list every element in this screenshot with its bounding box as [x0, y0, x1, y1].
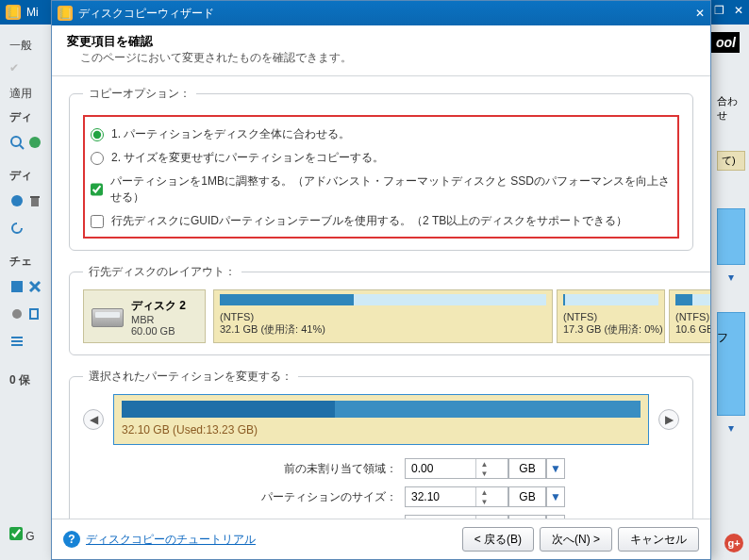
bottom-checkbox[interactable]: G [9, 527, 35, 543]
wizard-titlebar: 📒 ディスクコピーウィザード ✕ [52, 1, 710, 25]
before-unalloc-input[interactable]: ▲▼ [405, 458, 508, 479]
next-button[interactable]: 次へ(N) > [540, 527, 612, 552]
side-chip-2[interactable] [717, 312, 745, 416]
highlight-box: 1. パーティションをディスク全体に合わせる。 2. サイズを変更せずにパーティ… [83, 115, 679, 239]
slider-free-fill [335, 401, 641, 418]
disk-size: 60.00 GB [131, 325, 186, 337]
option-use-gpt[interactable]: 行先ディスクにGUIDパーティションテーブルを使用する。（2 TB以上のディスク… [89, 209, 674, 233]
apply-label[interactable]: 適用 [9, 86, 47, 102]
radio-noresize-label: 2. サイズを変更せずにパーティションをコピーする。 [111, 150, 384, 166]
copy-options-legend: コピーオプション： [83, 86, 196, 102]
svg-rect-9 [11, 337, 23, 338]
app-icon: 📒 [6, 5, 21, 20]
disk-scheme: MBR [131, 314, 186, 325]
side-chip-1[interactable] [717, 208, 745, 265]
tab-general[interactable]: 一般 [9, 38, 47, 54]
section-disk2: ディ [9, 168, 47, 184]
wizard-header: 変更項目を確認 このページにおいて変更されたものを確認できます。 [52, 25, 710, 76]
spin-down-icon[interactable]: ▼ [476, 497, 492, 506]
check-align-label: パーティションを1MBに調整する。（アドバンスト・フォーマットディスクと SSD… [110, 173, 672, 206]
chevron-down-icon-2[interactable]: ▾ [717, 421, 745, 435]
pending-ops: 0 保 [9, 372, 47, 388]
wizard-icon: 📒 [58, 6, 73, 21]
option-copy-no-resize[interactable]: 2. サイズを変更せずにパーティションをコピーする。 [89, 146, 674, 170]
gplus-icon[interactable]: g+ [724, 534, 743, 552]
resize-selected-group: 選択されたパーティションを変更する： ◀ 32.10 GB (Used:13.2… [69, 369, 693, 519]
svg-rect-6 [11, 281, 23, 292]
back-button[interactable]: < 戻る(B) [462, 527, 534, 552]
wizard-footer: ? ディスクコピーのチュートリアル < 戻る(B) 次へ(N) > キャンセル [52, 519, 710, 559]
help-link-text[interactable]: ディスクコピーのチュートリアル [86, 532, 256, 548]
globe-icon[interactable] [27, 135, 42, 150]
wizard-head-title: 変更項目を確認 [67, 33, 695, 50]
bg-title-text: Mi [26, 6, 39, 19]
spin-down-icon[interactable]: ▼ [476, 469, 492, 478]
partition-block[interactable]: (NTFS)17.3 GB (使用済: 0%) [557, 289, 665, 343]
spin-up-icon[interactable]: ▲ [476, 487, 492, 497]
option-align-1mb[interactable]: パーティションを1MBに調整する。（アドバンスト・フォーマットディスクと SSD… [89, 170, 674, 209]
svg-point-3 [11, 195, 23, 206]
next-partition-button[interactable]: ▶ [658, 409, 679, 430]
letter-f: フ [717, 330, 728, 346]
size-value[interactable] [406, 487, 475, 506]
gear-icon[interactable] [9, 306, 25, 321]
partition-size-input[interactable]: ▲▼ [405, 486, 508, 507]
partition-slider[interactable]: 32.10 GB (Used:13.23 GB) [113, 394, 649, 445]
disk-copy-wizard: 📒 ディスクコピーウィザード ✕ 変更項目を確認 このページにおいて変更されたも… [51, 0, 711, 560]
search-disk-icon[interactable] [9, 135, 25, 150]
unit-dropdown[interactable]: ▼ [546, 486, 565, 507]
help-icon: ? [63, 531, 80, 548]
wizard-head-sub: このページにおいて変更されたものを確認できます。 [67, 50, 695, 66]
disk-icon [92, 308, 124, 327]
svg-rect-8 [30, 309, 38, 319]
wizard-close-icon[interactable]: ✕ [695, 7, 705, 20]
world-icon[interactable] [9, 193, 25, 208]
option-fit-whole-disk[interactable]: 1. パーティションをディスク全体に合わせる。 [89, 123, 674, 146]
chevron-down-icon[interactable]: ▾ [717, 271, 745, 284]
cancel-button[interactable]: キャンセル [618, 527, 699, 552]
partition-block[interactable]: (NTFS)10.6 GB (使用 [669, 289, 710, 343]
radio-fit-label: 1. パーティションをディスク全体に合わせる。 [111, 126, 350, 142]
side-fit-label: 合わせ [717, 94, 745, 123]
before-label: 前の未割り当て領域： [188, 461, 405, 477]
check-align[interactable] [91, 183, 103, 196]
radio-fit[interactable] [91, 128, 104, 141]
side-tag: て) [717, 151, 745, 171]
unit-label: GB [508, 458, 546, 479]
bg-checkbox-label: G [25, 530, 34, 543]
svg-rect-11 [11, 344, 23, 346]
check-guid[interactable] [91, 215, 104, 228]
target-disk-layout-group: 行先ディスクのレイアウト： ディスク 2 MBR 60.00 GB (NTFS)… [69, 264, 710, 355]
size-label: パーティションのサイズ： [188, 489, 405, 505]
svg-rect-5 [30, 196, 40, 198]
svg-rect-10 [11, 340, 23, 342]
radio-noresize[interactable] [91, 152, 104, 165]
bg-window-controls: ❐ ✕ [714, 4, 743, 17]
wizard-title: ディスクコピーウィザード [78, 6, 214, 22]
svg-point-0 [11, 137, 21, 146]
spin-up-icon[interactable]: ▲ [476, 459, 492, 469]
slider-used-fill [122, 401, 335, 418]
partition-block[interactable]: (NTFS)32.1 GB (使用済: 41%) [213, 289, 553, 343]
unit-label: GB [508, 486, 546, 507]
close-icon[interactable]: ✕ [734, 4, 743, 17]
check-guid-label: 行先ディスクにGUIDパーティションテーブルを使用する。（2 TB以上のディスク… [111, 213, 627, 229]
list-icon[interactable] [9, 334, 25, 349]
before-value[interactable] [406, 459, 475, 478]
bg-checkbox[interactable] [9, 527, 23, 540]
section-disk: ディ [9, 109, 47, 125]
tools-icon[interactable] [27, 279, 42, 294]
refresh-icon[interactable] [9, 221, 25, 236]
disk-info-card: ディスク 2 MBR 60.00 GB [83, 289, 206, 343]
unit-dropdown[interactable]: ▼ [546, 458, 565, 479]
restore-icon[interactable]: ❐ [714, 4, 724, 17]
save-icon[interactable] [9, 279, 25, 294]
svg-point-7 [12, 309, 22, 319]
trash-icon[interactable] [27, 193, 42, 208]
copy-icon[interactable] [27, 306, 42, 321]
resize-legend: 選択されたパーティションを変更する： [83, 369, 298, 385]
slider-size-text: 32.10 GB (Used:13.23 GB) [122, 423, 641, 436]
layout-legend: 行先ディスクのレイアウト： [83, 264, 241, 280]
help-link[interactable]: ? ディスクコピーのチュートリアル [63, 531, 256, 548]
prev-partition-button[interactable]: ◀ [83, 409, 104, 430]
